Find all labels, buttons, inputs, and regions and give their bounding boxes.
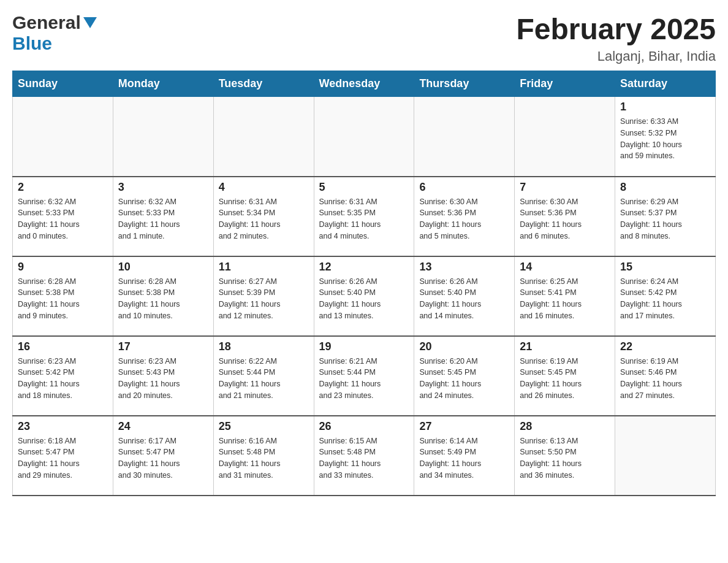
- day-number: 24: [118, 420, 208, 433]
- calendar-cell: 1Sunrise: 6:33 AM Sunset: 5:32 PM Daylig…: [615, 97, 716, 177]
- calendar-cell: 10Sunrise: 6:28 AM Sunset: 5:38 PM Dayli…: [113, 256, 213, 336]
- calendar-cell: 22Sunrise: 6:19 AM Sunset: 5:46 PM Dayli…: [615, 336, 716, 416]
- page-header: General Blue February 2025 Lalganj, Biha…: [12, 12, 716, 64]
- calendar-cell: 11Sunrise: 6:27 AM Sunset: 5:39 PM Dayli…: [213, 256, 314, 336]
- logo: General Blue: [12, 12, 97, 54]
- day-number: 5: [319, 181, 409, 194]
- calendar-cell: 6Sunrise: 6:30 AM Sunset: 5:36 PM Daylig…: [414, 177, 515, 256]
- weekday-header-saturday: Saturday: [615, 71, 716, 97]
- calendar-week-row: 9Sunrise: 6:28 AM Sunset: 5:38 PM Daylig…: [13, 256, 716, 336]
- calendar-cell: 26Sunrise: 6:15 AM Sunset: 5:48 PM Dayli…: [314, 416, 414, 496]
- day-info: Sunrise: 6:25 AM Sunset: 5:41 PM Dayligh…: [520, 276, 610, 322]
- day-number: 21: [520, 340, 610, 353]
- calendar-cell: [515, 97, 615, 177]
- calendar-week-row: 16Sunrise: 6:23 AM Sunset: 5:42 PM Dayli…: [13, 336, 716, 416]
- day-number: 12: [319, 261, 409, 274]
- day-info: Sunrise: 6:30 AM Sunset: 5:36 PM Dayligh…: [419, 196, 509, 242]
- calendar-cell: 21Sunrise: 6:19 AM Sunset: 5:45 PM Dayli…: [515, 336, 615, 416]
- day-number: 19: [319, 340, 409, 353]
- day-info: Sunrise: 6:20 AM Sunset: 5:45 PM Dayligh…: [419, 356, 509, 402]
- day-number: 4: [219, 181, 309, 194]
- day-info: Sunrise: 6:28 AM Sunset: 5:38 PM Dayligh…: [18, 276, 108, 322]
- calendar-body: 1Sunrise: 6:33 AM Sunset: 5:32 PM Daylig…: [13, 97, 716, 496]
- weekday-header-tuesday: Tuesday: [213, 71, 314, 97]
- calendar-week-row: 1Sunrise: 6:33 AM Sunset: 5:32 PM Daylig…: [13, 97, 716, 177]
- weekday-header-friday: Friday: [515, 71, 615, 97]
- day-number: 28: [520, 420, 610, 433]
- day-info: Sunrise: 6:32 AM Sunset: 5:33 PM Dayligh…: [118, 196, 208, 242]
- calendar-cell: 9Sunrise: 6:28 AM Sunset: 5:38 PM Daylig…: [13, 256, 113, 336]
- day-info: Sunrise: 6:23 AM Sunset: 5:42 PM Dayligh…: [18, 356, 108, 402]
- day-info: Sunrise: 6:28 AM Sunset: 5:38 PM Dayligh…: [118, 276, 208, 322]
- day-number: 3: [118, 181, 208, 194]
- month-title: February 2025: [516, 12, 716, 46]
- day-number: 26: [319, 420, 409, 433]
- logo-blue-text: Blue: [12, 33, 52, 53]
- day-info: Sunrise: 6:13 AM Sunset: 5:50 PM Dayligh…: [520, 435, 610, 481]
- weekday-header-monday: Monday: [113, 71, 213, 97]
- day-number: 20: [419, 340, 509, 353]
- day-info: Sunrise: 6:19 AM Sunset: 5:46 PM Dayligh…: [620, 356, 710, 402]
- calendar-cell: 8Sunrise: 6:29 AM Sunset: 5:37 PM Daylig…: [615, 177, 716, 256]
- day-info: Sunrise: 6:15 AM Sunset: 5:48 PM Dayligh…: [319, 435, 409, 481]
- day-number: 8: [620, 181, 710, 194]
- day-number: 27: [419, 420, 509, 433]
- logo-arrow-icon: [83, 17, 97, 31]
- calendar-cell: 14Sunrise: 6:25 AM Sunset: 5:41 PM Dayli…: [515, 256, 615, 336]
- day-info: Sunrise: 6:29 AM Sunset: 5:37 PM Dayligh…: [620, 196, 710, 242]
- day-number: 6: [419, 181, 509, 194]
- weekday-header-sunday: Sunday: [13, 71, 113, 97]
- day-info: Sunrise: 6:14 AM Sunset: 5:49 PM Dayligh…: [419, 435, 509, 481]
- day-info: Sunrise: 6:17 AM Sunset: 5:47 PM Dayligh…: [118, 435, 208, 481]
- calendar-cell: [13, 97, 113, 177]
- calendar-cell: 3Sunrise: 6:32 AM Sunset: 5:33 PM Daylig…: [113, 177, 213, 256]
- calendar-cell: 16Sunrise: 6:23 AM Sunset: 5:42 PM Dayli…: [13, 336, 113, 416]
- day-info: Sunrise: 6:16 AM Sunset: 5:48 PM Dayligh…: [219, 435, 309, 481]
- calendar-cell: [615, 416, 716, 496]
- day-info: Sunrise: 6:21 AM Sunset: 5:44 PM Dayligh…: [319, 356, 409, 402]
- day-number: 9: [18, 261, 108, 274]
- day-number: 25: [219, 420, 309, 433]
- calendar-cell: 28Sunrise: 6:13 AM Sunset: 5:50 PM Dayli…: [515, 416, 615, 496]
- day-info: Sunrise: 6:26 AM Sunset: 5:40 PM Dayligh…: [419, 276, 509, 322]
- day-info: Sunrise: 6:22 AM Sunset: 5:44 PM Dayligh…: [219, 356, 309, 402]
- calendar-cell: [213, 97, 314, 177]
- day-info: Sunrise: 6:23 AM Sunset: 5:43 PM Dayligh…: [118, 356, 208, 402]
- day-number: 7: [520, 181, 610, 194]
- calendar-cell: 24Sunrise: 6:17 AM Sunset: 5:47 PM Dayli…: [113, 416, 213, 496]
- day-info: Sunrise: 6:33 AM Sunset: 5:32 PM Dayligh…: [620, 116, 710, 162]
- calendar-cell: 15Sunrise: 6:24 AM Sunset: 5:42 PM Dayli…: [615, 256, 716, 336]
- calendar-cell: 2Sunrise: 6:32 AM Sunset: 5:33 PM Daylig…: [13, 177, 113, 256]
- day-info: Sunrise: 6:18 AM Sunset: 5:47 PM Dayligh…: [18, 435, 108, 481]
- calendar-cell: 12Sunrise: 6:26 AM Sunset: 5:40 PM Dayli…: [314, 256, 414, 336]
- calendar-cell: 27Sunrise: 6:14 AM Sunset: 5:49 PM Dayli…: [414, 416, 515, 496]
- day-info: Sunrise: 6:31 AM Sunset: 5:35 PM Dayligh…: [319, 196, 409, 242]
- logo-general-text: General: [12, 12, 81, 33]
- calendar-cell: 17Sunrise: 6:23 AM Sunset: 5:43 PM Dayli…: [113, 336, 213, 416]
- day-info: Sunrise: 6:30 AM Sunset: 5:36 PM Dayligh…: [520, 196, 610, 242]
- weekday-header-wednesday: Wednesday: [314, 71, 414, 97]
- day-number: 23: [18, 420, 108, 433]
- calendar-cell: [314, 97, 414, 177]
- day-info: Sunrise: 6:24 AM Sunset: 5:42 PM Dayligh…: [620, 276, 710, 322]
- calendar-cell: 5Sunrise: 6:31 AM Sunset: 5:35 PM Daylig…: [314, 177, 414, 256]
- calendar-header: SundayMondayTuesdayWednesdayThursdayFrid…: [13, 71, 716, 97]
- calendar-cell: 25Sunrise: 6:16 AM Sunset: 5:48 PM Dayli…: [213, 416, 314, 496]
- day-info: Sunrise: 6:27 AM Sunset: 5:39 PM Dayligh…: [219, 276, 309, 322]
- calendar-week-row: 23Sunrise: 6:18 AM Sunset: 5:47 PM Dayli…: [13, 416, 716, 496]
- day-number: 2: [18, 181, 108, 194]
- location: Lalganj, Bihar, India: [516, 48, 716, 64]
- day-number: 18: [219, 340, 309, 353]
- day-number: 22: [620, 340, 710, 353]
- day-info: Sunrise: 6:32 AM Sunset: 5:33 PM Dayligh…: [18, 196, 108, 242]
- day-number: 11: [219, 261, 309, 274]
- calendar-cell: 13Sunrise: 6:26 AM Sunset: 5:40 PM Dayli…: [414, 256, 515, 336]
- day-info: Sunrise: 6:19 AM Sunset: 5:45 PM Dayligh…: [520, 356, 610, 402]
- calendar-cell: 7Sunrise: 6:30 AM Sunset: 5:36 PM Daylig…: [515, 177, 615, 256]
- title-section: February 2025 Lalganj, Bihar, India: [516, 12, 716, 64]
- day-info: Sunrise: 6:26 AM Sunset: 5:40 PM Dayligh…: [319, 276, 409, 322]
- calendar-cell: 4Sunrise: 6:31 AM Sunset: 5:34 PM Daylig…: [213, 177, 314, 256]
- calendar-cell: 19Sunrise: 6:21 AM Sunset: 5:44 PM Dayli…: [314, 336, 414, 416]
- calendar-week-row: 2Sunrise: 6:32 AM Sunset: 5:33 PM Daylig…: [13, 177, 716, 256]
- calendar-cell: [113, 97, 213, 177]
